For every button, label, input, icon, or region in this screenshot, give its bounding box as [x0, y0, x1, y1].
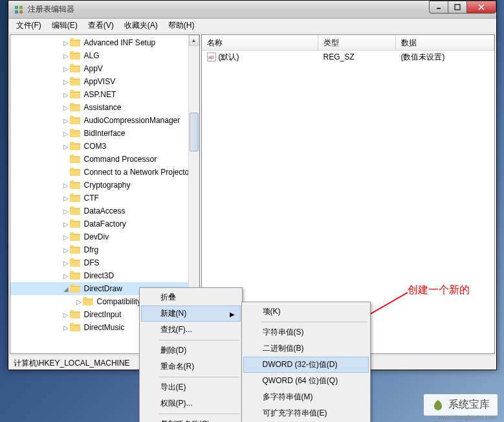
expand-icon[interactable]: ▷ [62, 143, 70, 150]
submenu-item[interactable]: DWORD (32-位)值(D) [243, 357, 369, 373]
expand-icon[interactable]: ▷ [62, 52, 70, 60]
menu-view[interactable]: 查看(V) [83, 19, 119, 32]
tree-node-asp-net[interactable]: ▷ASP.NET [10, 88, 199, 101]
expand-icon[interactable]: ▷ [62, 65, 70, 72]
tree-node-datafactory[interactable]: ▷DataFactory [10, 217, 199, 230]
svg-rect-3 [19, 10, 23, 14]
context-submenu-new: 项(K)字符串值(S)二进制值(B)DWORD (32-位)值(D)QWORD … [241, 302, 371, 422]
close-button[interactable] [466, 1, 496, 14]
watermark-url: www.xitongbaoku.com [438, 414, 496, 421]
tree-node-command-processor[interactable]: Command Processor [10, 153, 199, 166]
folder-icon [70, 284, 82, 293]
expand-icon[interactable]: ▷ [62, 324, 70, 331]
registry-editor-window: 注册表编辑器 文件(F) 编辑(E) 查看(V) 收藏夹(A) 帮助(H) ▷A… [8, 0, 497, 370]
folder-icon [70, 64, 82, 73]
expand-icon[interactable]: ▷ [62, 195, 70, 202]
tree-label: Cryptography [84, 181, 131, 190]
col-name[interactable]: 名称 [202, 35, 318, 50]
tree-label: ASP.NET [84, 90, 116, 99]
tree-node-assistance[interactable]: ▷Assistance [10, 101, 199, 114]
tree-node-dfs[interactable]: ▷DFS [10, 256, 199, 269]
folder-icon [83, 297, 94, 306]
tree-node-com3[interactable]: ▷COM3 [10, 140, 199, 153]
expand-icon[interactable]: ▷ [62, 117, 70, 124]
submenu-item[interactable]: 字符串值(S) [243, 324, 369, 340]
ctx-item[interactable]: 权限(P)... [141, 395, 241, 412]
menu-favorites[interactable]: 收藏夹(A) [119, 19, 163, 32]
tree-node-appvisv[interactable]: ▷AppVISV [10, 75, 199, 88]
menu-file[interactable]: 文件(F) [11, 19, 47, 32]
expand-icon[interactable]: ▷ [75, 298, 83, 305]
folder-icon [70, 206, 82, 216]
ctx-item[interactable]: 新建(N)▶ [141, 305, 241, 322]
expand-icon[interactable]: ▷ [62, 272, 70, 280]
watermark-text: 系统宝库 [448, 398, 490, 412]
svg-rect-2 [15, 10, 18, 14]
submenu-item[interactable]: 项(K) [243, 304, 369, 320]
ctx-item[interactable]: 复制项名称(C) [141, 416, 241, 422]
expand-icon[interactable]: ▷ [62, 311, 70, 318]
svg-rect-5 [455, 5, 460, 10]
folder-icon [70, 219, 82, 228]
expand-icon[interactable]: ▷ [62, 78, 70, 85]
tree-node-alg[interactable]: ▷ALG [10, 49, 199, 62]
expand-icon[interactable]: ◢ [62, 285, 70, 293]
folder-icon [70, 90, 82, 99]
submenu-item[interactable]: 二进制值(B) [243, 340, 369, 357]
expand-icon[interactable]: ▷ [62, 260, 70, 267]
folder-icon [70, 271, 82, 280]
folder-icon [70, 323, 82, 332]
expand-icon[interactable]: ▷ [62, 130, 70, 137]
submenu-item[interactable]: QWORD (64 位)值(Q) [243, 373, 369, 389]
tree-node-cryptography[interactable]: ▷Cryptography [10, 179, 199, 192]
tree-node-appv[interactable]: ▷AppV [10, 62, 199, 75]
folder-icon [70, 103, 82, 112]
tree-node-devdiv[interactable]: ▷DevDiv [10, 230, 199, 243]
tree-label: AudioCompressionManager [84, 116, 181, 125]
tree-label: AppV [84, 64, 103, 73]
ctx-item[interactable]: 删除(D) [141, 342, 241, 359]
ctx-item[interactable]: 导出(E) [141, 379, 241, 395]
tree-node-bidinterface[interactable]: ▷BidInterface [10, 127, 199, 140]
tree-node-advanced-inf-setup[interactable]: ▷Advanced INF Setup [10, 36, 199, 49]
col-type[interactable]: 类型 [318, 35, 396, 50]
submenu-item[interactable]: 可扩充字符串值(E) [243, 405, 369, 421]
tree-node-connect-to-a-network-projector[interactable]: Connect to a Network Projector [10, 166, 199, 179]
submenu-item[interactable]: 多字符串值(M) [243, 389, 369, 405]
folder-icon [70, 232, 82, 241]
expand-icon[interactable]: ▷ [62, 104, 70, 111]
expand-icon[interactable]: ▷ [62, 182, 70, 189]
expand-icon[interactable]: ▷ [62, 208, 70, 215]
expand-icon[interactable]: ▷ [62, 234, 70, 241]
maximize-button[interactable] [448, 1, 467, 14]
menu-edit[interactable]: 编辑(E) [47, 19, 83, 32]
context-menu: 折叠新建(N)▶查找(F)...删除(D)重命名(R)导出(E)权限(P)...… [139, 287, 243, 422]
expand-icon[interactable]: ▷ [62, 221, 70, 228]
menu-help[interactable]: 帮助(H) [163, 19, 200, 32]
tree-node-dfrg[interactable]: ▷Dfrg [10, 243, 199, 256]
ctx-item[interactable]: 折叠 [141, 289, 241, 305]
tree-node-ctf[interactable]: ▷CTF [10, 192, 199, 205]
col-data[interactable]: 数据 [396, 35, 494, 50]
tree-node-audiocompressionmanager[interactable]: ▷AudioCompressionManager [10, 114, 199, 127]
menu-separator [261, 322, 367, 322]
list-row[interactable]: ab (默认) REG_SZ (数值未设置) [202, 50, 494, 63]
ctx-item[interactable]: 重命名(R) [141, 359, 241, 375]
ctx-item[interactable]: 查找(F)... [141, 322, 241, 338]
window-title: 注册表编辑器 [28, 4, 430, 15]
expand-icon[interactable]: ▷ [62, 39, 70, 47]
scroll-thumb[interactable] [190, 113, 199, 151]
folder-icon [70, 116, 82, 125]
folder-icon [70, 51, 82, 60]
minimize-button[interactable] [429, 1, 448, 14]
titlebar[interactable]: 注册表编辑器 [8, 1, 496, 19]
watermark-logo-icon [432, 399, 444, 412]
tree-label: DataFactory [84, 219, 126, 228]
folder-icon [70, 142, 82, 151]
expand-icon[interactable]: ▷ [62, 91, 70, 98]
tree-node-dataaccess[interactable]: ▷DataAccess [10, 205, 199, 217]
expand-icon[interactable]: ▷ [62, 247, 70, 254]
tree-node-direct3d[interactable]: ▷Direct3D [10, 269, 199, 282]
scroll-up-button[interactable]: ▲ [189, 35, 199, 46]
svg-rect-1 [19, 6, 23, 9]
